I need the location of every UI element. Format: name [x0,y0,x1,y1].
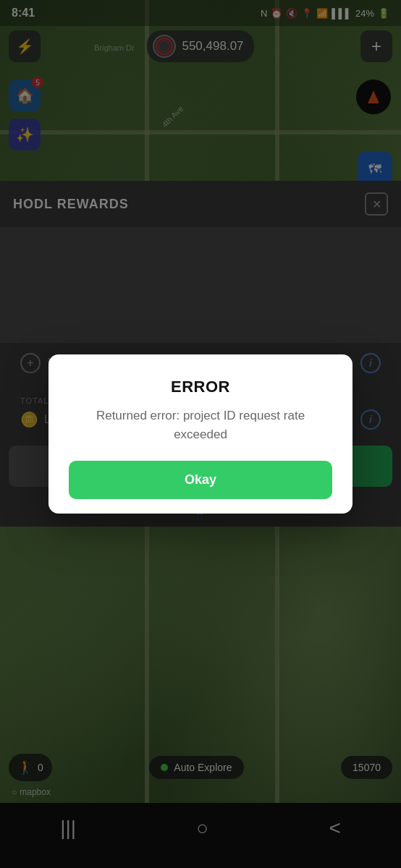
ok-button[interactable]: Okay [69,461,332,499]
modal-overlay: ERROR Returned error: project ID request… [0,0,401,868]
error-title: ERROR [69,378,332,396]
error-modal: ERROR Returned error: project ID request… [48,354,353,514]
error-message: Returned error: project ID request rate … [69,407,332,443]
